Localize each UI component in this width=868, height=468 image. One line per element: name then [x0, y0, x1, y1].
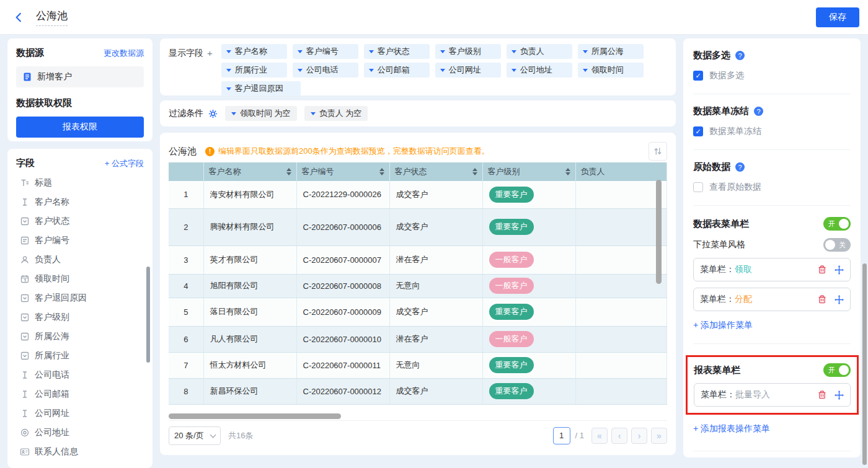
- page-size-select[interactable]: 20 条/页: [169, 426, 221, 445]
- cell-customer-level: 一般客户: [482, 274, 575, 298]
- question-icon[interactable]: [754, 107, 763, 116]
- next-page-button[interactable]: ›: [631, 428, 647, 444]
- trash-icon[interactable]: [817, 294, 827, 304]
- display-field-tag[interactable]: 客户级别: [435, 44, 501, 59]
- field-item-customer-name[interactable]: 客户名称: [16, 192, 144, 211]
- table-menu-toggle[interactable]: 开: [823, 217, 851, 231]
- header-customer-name[interactable]: 客户名称: [203, 162, 296, 181]
- field-item-email[interactable]: 公司邮箱: [16, 384, 144, 404]
- checkbox-unchecked[interactable]: [693, 182, 703, 192]
- field-item-industry[interactable]: 所属行业: [16, 346, 144, 365]
- move-icon[interactable]: [835, 295, 844, 304]
- report-menu-toggle[interactable]: 开: [823, 363, 851, 377]
- move-icon[interactable]: [835, 265, 844, 275]
- field-item-contact-info[interactable]: 联系人信息: [16, 442, 144, 461]
- save-button[interactable]: 保存: [816, 7, 859, 27]
- add-action-menu-link[interactable]: + 添加操作菜单: [693, 320, 851, 331]
- table-row[interactable]: 7 恒太方材料公司 C-20220607-0000011 无意向 重要客户: [169, 352, 667, 378]
- display-field-tag[interactable]: 客户退回原因: [221, 81, 301, 96]
- display-field-tag[interactable]: 公司电话: [293, 63, 358, 77]
- fields-scrollbar[interactable]: [146, 267, 150, 363]
- level-badge: 重要客户: [489, 357, 534, 373]
- filter-tag[interactable]: 领取时间 为空: [225, 106, 297, 121]
- add-report-action-menu-link[interactable]: + 添加报表操作菜单: [693, 423, 851, 435]
- dropdown-style-toggle[interactable]: 关: [823, 238, 851, 252]
- sort-arrows-icon[interactable]: [565, 168, 570, 175]
- table-row[interactable]: 6 凡人有限公司 C-20220607-0000010 潜在客户 一般客户: [169, 326, 667, 352]
- menu-freeze-option[interactable]: 数据菜单冻结: [693, 126, 851, 137]
- display-field-tag[interactable]: 公司邮箱: [364, 63, 430, 77]
- display-field-tag[interactable]: 所属行业: [221, 63, 287, 77]
- page-number-input[interactable]: 1: [553, 427, 570, 444]
- change-datasource-link[interactable]: 更改数据源: [104, 48, 144, 59]
- move-icon[interactable]: [835, 391, 844, 400]
- table-row[interactable]: 5 落日有限公司 C-20220607-0000009 成交客户 重要客户: [169, 298, 667, 326]
- table-row[interactable]: 8 新昌环保公司 C-20220607-0000012 成交客户 重要客户: [169, 378, 667, 404]
- gear-icon[interactable]: [208, 109, 218, 118]
- header-customer-status[interactable]: 客户状态: [389, 162, 482, 181]
- display-field-tag[interactable]: 客户状态: [364, 44, 430, 59]
- multi-select-option[interactable]: 数据多选: [693, 70, 851, 81]
- person-icon: [20, 255, 30, 265]
- sort-arrows-icon[interactable]: [379, 168, 384, 175]
- trash-icon[interactable]: [817, 265, 827, 275]
- table-vertical-scrollbar[interactable]: [656, 180, 662, 284]
- field-item-title[interactable]: 标题: [16, 173, 144, 192]
- table-row[interactable]: 3 英才有限公司 C-20220607-0000007 潜在客户 一般客户: [169, 245, 667, 274]
- table-horizontal-scrollbar[interactable]: [169, 413, 341, 419]
- prev-page-button[interactable]: ‹: [611, 428, 627, 444]
- window-scrollbar[interactable]: [862, 263, 867, 465]
- warning-icon: !: [205, 147, 215, 156]
- header-customer-code[interactable]: 客户编号: [296, 162, 389, 181]
- display-field-tag[interactable]: 负责人: [507, 44, 572, 59]
- table-row[interactable]: 4 旭阳有限公司 C-20220607-0000008 无意向 一般客户: [169, 274, 667, 298]
- menu-item-batch-import[interactable]: 菜单栏： 批量导入: [694, 383, 851, 407]
- menu-item-assign[interactable]: 菜单栏： 分配: [693, 288, 851, 311]
- table-row[interactable]: 2 腾骏材料有限公司 C-20220607-0000006 成交客户 重要客户: [169, 208, 667, 245]
- header-owner[interactable]: 负责人: [575, 162, 667, 181]
- field-item-pool[interactable]: 所属公海: [16, 327, 144, 346]
- header-customer-level[interactable]: 客户级别: [482, 162, 575, 181]
- select-icon: [20, 293, 30, 303]
- filter-tag[interactable]: 负责人 为空: [304, 106, 368, 121]
- add-display-field-button[interactable]: +: [207, 48, 213, 90]
- back-button[interactable]: [10, 9, 27, 26]
- menu-item-claim[interactable]: 菜单栏： 领取: [693, 258, 851, 281]
- question-icon[interactable]: [735, 162, 745, 172]
- last-page-button[interactable]: »: [651, 428, 667, 444]
- trash-icon[interactable]: [817, 390, 827, 400]
- field-label: 所属行业: [35, 350, 69, 361]
- display-field-tag[interactable]: 所属公海: [578, 44, 644, 59]
- field-item-owner[interactable]: 负责人: [16, 250, 144, 269]
- datasource-item[interactable]: 新增客户: [16, 66, 144, 87]
- field-item-address[interactable]: 公司地址: [16, 423, 144, 442]
- field-item-return-reason[interactable]: 客户退回原因: [16, 288, 144, 307]
- field-label: 标题: [35, 177, 52, 188]
- field-item-customer-status[interactable]: 客户状态: [16, 211, 144, 231]
- display-field-tag[interactable]: 客户名称: [221, 44, 287, 59]
- display-field-tag[interactable]: 领取时间: [578, 63, 644, 77]
- tag-label: 客户状态: [378, 46, 410, 57]
- select-icon: [20, 332, 30, 342]
- sort-order-button[interactable]: [649, 142, 667, 161]
- sort-arrows-icon[interactable]: [286, 168, 291, 175]
- field-item-customer-code[interactable]: 客户编号: [16, 231, 144, 250]
- display-field-tag[interactable]: 公司地址: [507, 63, 572, 77]
- sort-arrows-icon[interactable]: [472, 168, 477, 175]
- first-page-button[interactable]: «: [591, 428, 608, 444]
- field-item-website[interactable]: 公司网址: [16, 404, 144, 423]
- checkbox-checked[interactable]: [693, 71, 703, 81]
- question-icon[interactable]: [735, 51, 745, 60]
- raw-data-option[interactable]: 查看原始数据: [693, 182, 851, 193]
- field-item-customer-level[interactable]: 客户级别: [16, 307, 144, 327]
- display-field-tag[interactable]: 客户编号: [293, 44, 358, 59]
- dropdown-arrow-icon: [512, 69, 516, 72]
- table-row[interactable]: 1 海安材料有限公司 C-20221229-0000026 成交客户 重要客户: [169, 181, 667, 208]
- report-permission-button[interactable]: 报表权限: [16, 117, 144, 138]
- field-item-phone[interactable]: 公司电话: [16, 365, 144, 384]
- add-formula-field-link[interactable]: + 公式字段: [105, 158, 144, 169]
- checkbox-checked[interactable]: [693, 126, 703, 136]
- title-icon: [20, 178, 30, 188]
- field-item-claim-time[interactable]: 领取时间: [16, 269, 144, 288]
- display-field-tag[interactable]: 公司网址: [435, 63, 501, 77]
